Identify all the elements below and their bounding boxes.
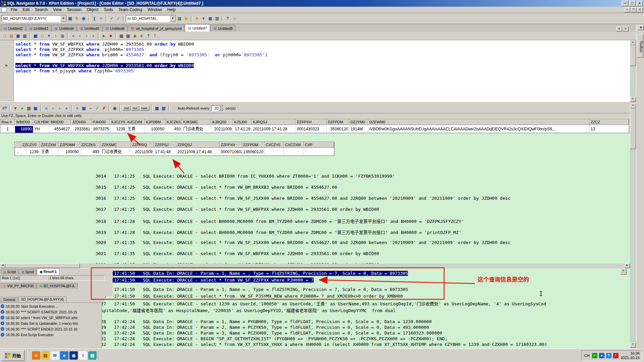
grid-cell[interactable] xyxy=(265,149,284,156)
grid-cell[interactable]: 王勇 xyxy=(40,149,59,156)
close-results-button[interactable]: × xyxy=(620,268,627,275)
grid-header-cell[interactable]: KJSJ00 xyxy=(233,119,252,125)
grid-cell[interactable]: 门诊收费处 xyxy=(182,126,211,133)
grid-cell[interactable]: 20211009 17:41:28 xyxy=(252,126,296,133)
editor-code[interactable]: select * from VW_SF_WBFPXX where JZDH00 … xyxy=(15,42,267,74)
stop-run-icon[interactable]: ■ xyxy=(107,33,114,39)
trace-log-line[interactable]: 3017 17:41:25 SQL Execute: ORACLE - sele… xyxy=(96,207,379,214)
pin-panel-button[interactable]: ◄ xyxy=(638,25,644,30)
windows-list-icon[interactable]: ▣ xyxy=(207,15,214,22)
describe-icon[interactable]: ? xyxy=(145,33,152,39)
scrollbar-thumb[interactable] xyxy=(5,263,80,268)
grid-header-cell[interactable]: WBID00 xyxy=(15,119,33,125)
grid-header-cell[interactable]: CXP xyxy=(304,142,334,148)
tab-close-button[interactable]: × xyxy=(623,26,629,32)
grid-cell[interactable]: 4554627 xyxy=(50,126,71,133)
scroll-down-icon[interactable]: ▼ xyxy=(630,343,636,348)
grid-data-row[interactable]: ..1239王勇100050493门诊收费处2021100917:41:4820… xyxy=(15,149,334,156)
document-tab[interactable]: ▤Untitled8 xyxy=(210,25,235,32)
grid-header-cell[interactable]: ZZCZXM xyxy=(40,142,59,148)
mdi-document-icon[interactable] xyxy=(1,7,7,12)
grid-cell[interactable]: 1 xyxy=(0,126,15,133)
copy-icon[interactable]: ▨ xyxy=(118,33,125,39)
tray-security-icon[interactable]: ! xyxy=(613,353,619,358)
code-editor[interactable]: ► select * from VW_SF_WBFPXX where JZDH0… xyxy=(0,40,630,102)
output-line[interactable]: i16:36:30End Script Execution xyxy=(1,332,102,338)
grid-header-cell[interactable]: ZZFPDM xyxy=(242,142,265,148)
print-icon[interactable]: ▥ xyxy=(21,33,28,39)
grid-cell[interactable]: 0001430323 xyxy=(296,126,327,133)
tray-update-icon[interactable]: ? xyxy=(606,353,611,358)
last-record-icon[interactable]: » xyxy=(90,33,97,39)
last-row-icon[interactable]: » xyxy=(63,105,70,111)
db-link-icon[interactable]: ◆ xyxy=(183,15,190,22)
mdi-restore-button[interactable]: □ xyxy=(631,7,637,12)
grid-cell[interactable]: 8973375 xyxy=(92,126,110,133)
mdi-close-button[interactable]: × xyxy=(637,7,643,12)
combo-dropdown-icon[interactable]: ▼ xyxy=(60,15,66,22)
quicklaunch-browser-icon[interactable]: ● xyxy=(32,351,40,360)
prior-row-icon[interactable]: ‹ xyxy=(50,105,56,111)
grid-header-cell[interactable]: ZZCZKS xyxy=(80,142,101,148)
mdi-minimize-button[interactable]: – xyxy=(624,7,630,12)
code-line[interactable]: select * from VW_SF_ZZFPXX where pjh000=… xyxy=(15,47,267,52)
grid-header-cell[interactable]: ZZFPRQ xyxy=(131,142,154,148)
grid-header-cell[interactable]: ZZFPSJ xyxy=(154,142,176,148)
scroll-up-icon[interactable]: ▲ xyxy=(630,40,636,45)
tray-messenger-icon[interactable]: ● xyxy=(599,353,604,358)
grid-cell[interactable]: 1239 xyxy=(110,126,126,133)
toolbox-tab[interactable]: Toolbox xyxy=(637,34,643,58)
execute-check-icon[interactable]: ✓ xyxy=(108,15,115,22)
revert-edit-icon[interactable]: ✗ xyxy=(101,105,107,111)
grid-header-cell[interactable] xyxy=(15,142,21,148)
trace-log-line[interactable]: 3018 17:41:28 SQL Execute: ORACLE - sele… xyxy=(96,218,464,225)
grid-header-cell[interactable]: DZFPDM xyxy=(327,119,350,125)
code-line[interactable]: select * from VW_SF_ZZFPXX where brid00 … xyxy=(15,52,267,58)
filter-funnel-icon[interactable]: ▼ xyxy=(46,33,52,39)
grid-header-cell[interactable]: ZZKSMC xyxy=(101,142,131,148)
grid-cell[interactable]: 0000710602 xyxy=(220,149,242,156)
grid-header-cell[interactable]: DZFPXH xyxy=(296,119,327,125)
result-grid-2[interactable]: ZZCZY0ZZCZXMZZPDBMZZCZKSZZKSMCZZFPRQZZFP… xyxy=(14,142,334,156)
help-icon[interactable]: ? xyxy=(224,15,231,22)
grid-cell[interactable]: 1239 xyxy=(21,149,40,156)
grid-cell[interactable]: 18890 xyxy=(15,126,33,133)
duplicate-row-icon[interactable]: ▦ xyxy=(80,105,87,111)
grid-cell[interactable]: 100050 xyxy=(59,149,80,156)
settings-gear-icon[interactable]: ☼ xyxy=(231,15,238,22)
spinner-down-icon[interactable]: ▼ xyxy=(218,108,223,111)
code-line[interactable]: select * from VW_SF_WBFPXX where JZDH00 … xyxy=(15,42,267,47)
session-window-icon[interactable]: ▦ xyxy=(67,15,73,22)
grid-cell[interactable]: 20211009 xyxy=(131,149,154,156)
output-line[interactable]: i16:36:30**** SCRIPT ENDED 2021-10-15 16… xyxy=(1,326,102,332)
paste-icon[interactable]: ▧ xyxy=(125,33,131,39)
grid-cell[interactable]: 20211009 xyxy=(211,126,233,133)
grid-header-cell[interactable]: KJCZKS xyxy=(166,119,182,125)
batch-check-icon[interactable]: ✓ xyxy=(115,15,122,22)
document-tab[interactable]: ▤Untitled3 xyxy=(26,25,51,32)
grid-cell[interactable]: 12 xyxy=(590,126,629,133)
auto-refresh-interval-spinner[interactable]: 20 ▲ ▼ xyxy=(211,105,223,111)
grid-cell[interactable]: 1914bf xyxy=(350,126,368,133)
scrollbar-thumb[interactable] xyxy=(630,45,636,66)
trace-log-line[interactable]: 3014 17:41:25 SQL Execute: ORACLE - sele… xyxy=(96,174,395,180)
document-tab[interactable]: ▤Untitled5 xyxy=(77,25,102,32)
quicklaunch-editor-icon[interactable]: I xyxy=(79,351,87,360)
db-objects-icon[interactable]: ▤ xyxy=(176,15,183,22)
grid-header-cell[interactable]: Row # xyxy=(0,119,15,125)
minimize-button[interactable]: – xyxy=(622,1,628,6)
grid-cell[interactable]: iVBORw0KGgoAAAANSUhEUgAAAIsAAACLCAIAAADe… xyxy=(368,126,590,133)
output-line[interactable]: i16:36:30Data Set is Updateable; 1 row(s… xyxy=(1,320,102,326)
prior-record-icon[interactable]: ‹ xyxy=(76,33,83,39)
output-tab[interactable]: General xyxy=(1,297,18,302)
scroll-left-icon[interactable]: ◀ xyxy=(0,263,5,268)
document-tab[interactable]: ▤Untitled7 xyxy=(185,24,210,32)
filter-icon[interactable]: ▼ xyxy=(200,15,207,22)
trace-log-line[interactable]: 3023 17:41:50 SQL Data In: ORACLE - Para… xyxy=(96,271,408,278)
quicklaunch-sqlnav-icon[interactable]: ◉ xyxy=(69,351,78,360)
language-indicator[interactable]: CH xyxy=(584,354,590,358)
insert-row-icon[interactable]: + xyxy=(74,105,80,111)
grid-cell[interactable]: 493 xyxy=(166,126,182,133)
grid-header-cell[interactable]: KJRQSJ xyxy=(252,119,296,125)
trace-log-line[interactable]: 3027 17:41:50 SQL Execute: ORACLE - sele… xyxy=(96,300,546,307)
